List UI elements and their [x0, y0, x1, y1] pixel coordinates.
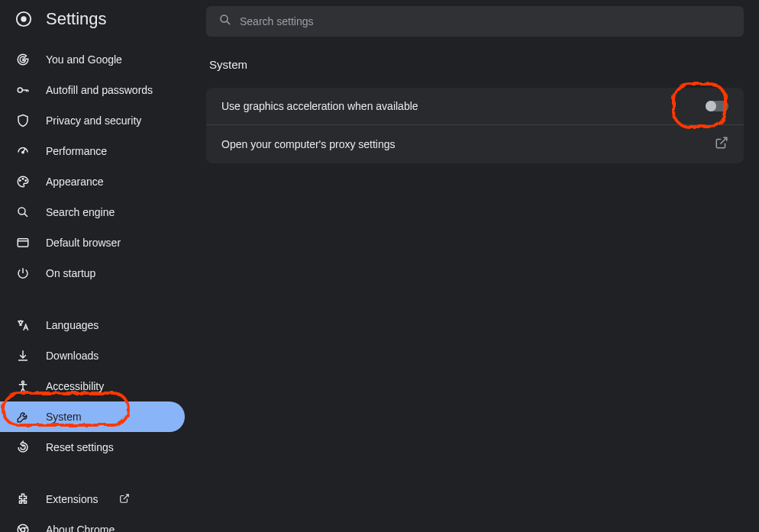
sidebar-item-label: On startup	[46, 267, 95, 279]
svg-point-5	[22, 179, 24, 180]
reset-icon	[15, 440, 31, 455]
sidebar-item-performance[interactable]: Performance	[0, 136, 185, 166]
wrench-icon	[15, 409, 31, 424]
sidebar-item-label: About Chrome	[46, 524, 115, 532]
sidebar-item-label: Performance	[46, 145, 107, 157]
settings-row-graphics-accel[interactable]: Use graphics acceleration when available	[206, 88, 744, 124]
chrome-icon	[15, 522, 31, 532]
external-link-icon	[119, 493, 130, 506]
section-title: System	[206, 58, 744, 71]
svg-point-9	[22, 381, 24, 383]
search-bar[interactable]	[206, 6, 744, 37]
sidebar-item-label: Languages	[46, 319, 99, 331]
settings-card: Use graphics acceleration when available…	[206, 88, 744, 163]
accessibility-icon	[15, 379, 31, 394]
svg-point-12	[221, 15, 228, 22]
extension-icon	[15, 492, 31, 507]
external-link-icon	[715, 136, 728, 153]
shield-icon	[15, 113, 31, 128]
main-content: System Use graphics acceleration when av…	[191, 0, 759, 532]
sidebar-item-appearance[interactable]: Appearance	[0, 166, 185, 197]
download-icon	[15, 348, 31, 363]
sidebar-item-system[interactable]: System	[0, 401, 185, 432]
search-icon	[218, 13, 232, 30]
sidebar-item-on-startup[interactable]: On startup	[0, 258, 185, 289]
sidebar-item-reset[interactable]: Reset settings	[0, 432, 185, 463]
settings-row-label: Open your computer's proxy settings	[221, 138, 396, 150]
sidebar-item-label: Extensions	[46, 493, 98, 505]
sidebar-item-label: You and Google	[46, 53, 122, 66]
content-area: System Use graphics acceleration when av…	[206, 37, 744, 185]
sidebar-item-label: Search engine	[46, 206, 115, 218]
sidebar-item-label: System	[46, 411, 82, 423]
sidebar-item-autofill[interactable]: Autofill and passwords	[0, 75, 185, 105]
svg-point-7	[18, 208, 25, 214]
svg-point-6	[25, 180, 27, 182]
sidebar-header: Settings	[0, 0, 191, 38]
toggle-knob	[706, 101, 716, 111]
toggle-graphics-accel[interactable]	[706, 101, 728, 111]
settings-row-proxy[interactable]: Open your computer's proxy settings	[206, 124, 744, 163]
nav-group-2: Languages Downloads Accessibility System…	[0, 304, 191, 469]
sidebar-item-extensions[interactable]: Extensions	[0, 484, 185, 514]
svg-point-1	[21, 16, 26, 21]
nav-group-3: Extensions About Chrome	[0, 478, 191, 532]
google-icon	[15, 52, 31, 67]
sidebar-item-default-browser[interactable]: Default browser	[0, 227, 185, 258]
sidebar-item-accessibility[interactable]: Accessibility	[0, 371, 185, 401]
sidebar-item-search-engine[interactable]: Search engine	[0, 197, 185, 227]
sidebar-item-downloads[interactable]: Downloads	[0, 340, 185, 371]
chrome-logo-icon	[15, 11, 32, 27]
sidebar-item-label: Appearance	[46, 176, 104, 188]
sidebar-item-you-and-google[interactable]: You and Google	[0, 44, 185, 75]
translate-icon	[15, 318, 31, 333]
power-icon	[15, 266, 31, 281]
sidebar-item-label: Privacy and security	[46, 114, 141, 127]
svg-rect-8	[18, 239, 28, 247]
key-icon	[15, 82, 31, 98]
sidebar-item-privacy[interactable]: Privacy and security	[0, 105, 185, 136]
svg-point-3	[22, 151, 24, 153]
sidebar-item-label: Accessibility	[46, 380, 104, 392]
speedometer-icon	[15, 143, 31, 159]
sidebar: Settings You and Google Autofill and pas…	[0, 0, 191, 532]
sidebar-item-label: Autofill and passwords	[46, 84, 153, 96]
sidebar-item-languages[interactable]: Languages	[0, 310, 185, 340]
page-title: Settings	[46, 9, 107, 29]
sidebar-item-label: Reset settings	[46, 441, 114, 453]
sidebar-item-label: Downloads	[46, 350, 99, 362]
nav-group-1: You and Google Autofill and passwords Pr…	[0, 38, 191, 295]
browser-icon	[15, 235, 31, 250]
sidebar-item-about-chrome[interactable]: About Chrome	[0, 514, 185, 532]
svg-point-2	[18, 88, 22, 92]
settings-row-label: Use graphics acceleration when available	[221, 100, 418, 112]
palette-icon	[15, 174, 31, 189]
sidebar-item-label: Default browser	[46, 237, 121, 249]
search-input[interactable]	[240, 15, 732, 27]
search-icon	[15, 205, 31, 220]
svg-point-4	[20, 180, 21, 182]
